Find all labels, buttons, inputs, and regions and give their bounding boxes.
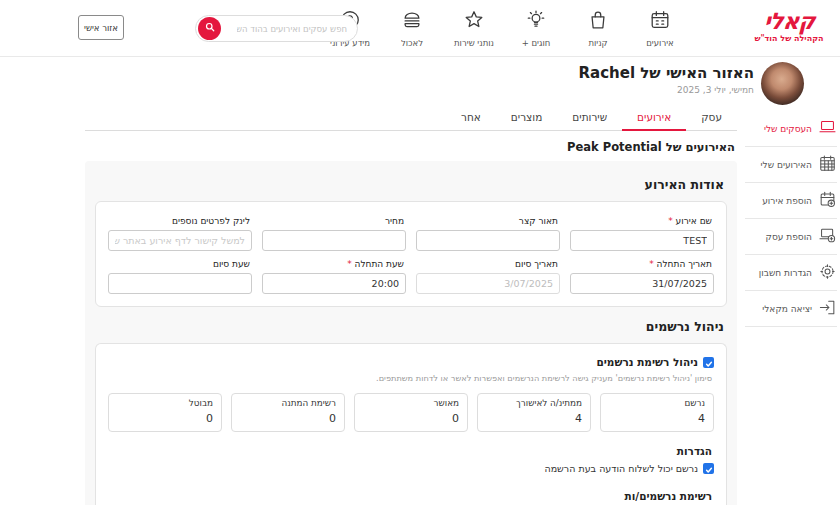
screen: קאלי הקהילה של הוד"ש אירועים קניות חו <box>0 0 840 505</box>
laptop-add-icon <box>818 226 837 247</box>
nav-item-classes[interactable]: חוגים + <box>516 9 556 48</box>
page-title: האזור האישי של Rachel <box>578 64 754 82</box>
start-date-input[interactable] <box>570 273 714 294</box>
burger-icon <box>401 9 423 35</box>
check-icon <box>705 459 713 478</box>
search-input[interactable] <box>237 24 347 34</box>
stat-registered: נרשם 4 <box>600 393 714 432</box>
sidebar-item-account-settings[interactable]: הגדרות חשבון <box>745 255 837 291</box>
more-details-link-input[interactable] <box>108 230 252 251</box>
field-end-time: שעת סיום <box>108 255 252 294</box>
sidebar-item-label: האירועים שלי <box>761 160 812 170</box>
tab-services[interactable]: שירותים <box>557 111 622 131</box>
page-head: האזור האישי של Rachel חמישי, יולי 3, 202… <box>578 64 754 95</box>
nav-label: חוגים + <box>522 38 551 48</box>
sidebar-item-my-businesses[interactable]: העסקים שלי <box>745 111 837 147</box>
nav-label: נותני שירות <box>454 38 494 48</box>
field-start-date: תאריך התחלה * <box>570 255 714 294</box>
avatar <box>761 62 804 105</box>
search-button[interactable] <box>198 17 221 40</box>
nav-label: קניות <box>588 38 607 48</box>
manage-list-checkbox[interactable] <box>703 357 714 368</box>
tab-other[interactable]: אחר <box>446 111 496 131</box>
start-time-input[interactable] <box>262 273 406 294</box>
gear-icon <box>818 262 837 283</box>
stat-approved: מאושר 0 <box>354 393 468 432</box>
price-input[interactable] <box>262 230 406 251</box>
brand-logo: קאלי <box>754 9 824 33</box>
field-more-details-link: לינק לפרטים נוספים <box>108 212 252 251</box>
field-event-name: שם אירוע * <box>570 212 714 251</box>
business-events-title: האירועים של Peak Potential <box>87 140 735 154</box>
manage-list-hint: סימון 'ניהול רשימת נרשמים' מעניק גישה לר… <box>110 373 712 383</box>
nav-item-service-providers[interactable]: נותני שירות <box>454 9 494 48</box>
personal-area-button[interactable]: אזור אישי <box>78 15 124 40</box>
registrants-list-title: רשימת נרשמים/ות <box>110 490 712 502</box>
nav-item-eat[interactable]: לאכול <box>392 9 432 48</box>
field-row-1: שם אירוע * תאור קצר מחיר לינק לפרטים נוס… <box>108 212 714 251</box>
star-icon <box>463 9 485 35</box>
tab-business[interactable]: עסק <box>686 111 737 131</box>
registration-stats: נרשם 4 ממתינ/ה לאישורך 4 מאושר 0 רשימת ה… <box>108 393 714 432</box>
stat-waitlist: רשימת המתנה 0 <box>231 393 345 432</box>
field-start-time: שעת התחלה * <box>262 255 406 294</box>
brand-tagline: הקהילה של הוד"ש <box>754 34 824 43</box>
sidebar-item-label: העסקים שלי <box>764 124 812 134</box>
tabs: עסק אירועים שירותים מוצרים אחר <box>85 106 737 131</box>
short-description-input[interactable] <box>416 230 560 251</box>
sidebar-item-label: יציאה מקאלי <box>762 304 812 314</box>
top-bar: קאלי הקהילה של הוד"ש אירועים קניות חו <box>0 0 840 57</box>
sidebar-item-label: הוספת אירוע <box>762 196 812 206</box>
message-on-register-row: נרשם יכול לשלוח הודעה בעת הרשמה <box>108 463 714 474</box>
brand[interactable]: קאלי הקהילה של הוד"ש <box>754 9 824 43</box>
sidebar-item-my-events[interactable]: האירועים שלי <box>745 147 837 183</box>
end-date-input[interactable] <box>416 273 560 294</box>
stat-pending-approval: ממתינ/ה לאישורך 4 <box>477 393 591 432</box>
nav-label: לאכול <box>401 38 423 48</box>
search-bar <box>195 15 358 42</box>
about-event-card: שם אירוע * תאור קצר מחיר לינק לפרטים נוס… <box>95 201 727 307</box>
side-menu: העסקים שלי האירועים שלי הוספת אירוע הוספ… <box>745 111 837 327</box>
sidebar-item-label: הגדרות חשבון <box>759 268 812 278</box>
event-name-input[interactable] <box>570 230 714 251</box>
registrants-card: ניהול רשימת נרשמים סימון 'ניהול רשימת נר… <box>95 343 727 505</box>
nav-item-events[interactable]: אירועים <box>640 9 680 48</box>
laptop-icon <box>818 118 837 139</box>
required-asterisk: * <box>649 259 654 269</box>
about-event-title: אודות האירוע <box>98 177 724 192</box>
required-asterisk: * <box>668 216 673 226</box>
field-end-date: תאריך סיום <box>416 255 560 294</box>
search-icon <box>204 21 216 36</box>
tab-products[interactable]: מוצרים <box>496 111 557 131</box>
shopping-bag-icon <box>587 9 609 35</box>
stat-cancelled: מבוטל 0 <box>108 393 222 432</box>
settings-subheading: הגדרות <box>110 445 712 457</box>
nav-item-shopping[interactable]: קניות <box>578 9 618 48</box>
field-short-description: תאור קצר <box>416 212 560 251</box>
message-on-register-checkbox[interactable] <box>703 463 714 474</box>
field-price: מחיר <box>262 212 406 251</box>
calendar-icon <box>649 9 671 35</box>
message-on-register-label: נרשם יכול לשלוח הודעה בעת הרשמה <box>544 463 698 474</box>
sidebar-item-add-event[interactable]: הוספת אירוע <box>745 183 837 219</box>
nav-label: אירועים <box>646 38 674 48</box>
page-date: חמישי, יולי 3, 2025 <box>578 85 754 95</box>
sidebar-item-logout[interactable]: יציאה מקאלי <box>745 291 837 327</box>
calendar-grid-icon <box>818 154 837 175</box>
check-icon <box>705 353 713 372</box>
field-row-2: תאריך התחלה * תאריך סיום שעת התחלה * שעת… <box>108 255 714 294</box>
manage-list-label: ניהול רשימת נרשמים <box>596 356 698 368</box>
registrants-section-title: ניהול נרשמים <box>98 319 724 334</box>
end-time-input[interactable] <box>108 273 252 294</box>
manage-list-row: ניהול רשימת נרשמים <box>108 356 714 368</box>
tab-events[interactable]: אירועים <box>622 111 686 131</box>
sidebar-item-add-business[interactable]: הוספת עסק <box>745 219 837 255</box>
required-asterisk: * <box>347 259 352 269</box>
main-content: עסק אירועים שירותים מוצרים אחר האירועים … <box>85 106 737 505</box>
lightbulb-icon <box>525 9 547 35</box>
calendar-add-icon <box>818 190 837 211</box>
logout-icon <box>818 298 837 319</box>
sidebar-item-label: הוספת עסק <box>766 232 812 242</box>
top-navigation: אירועים קניות חוגים + נותני שירות <box>330 9 680 48</box>
content-panel: אודות האירוע שם אירוע * תאור קצר מחיר <box>85 161 737 505</box>
